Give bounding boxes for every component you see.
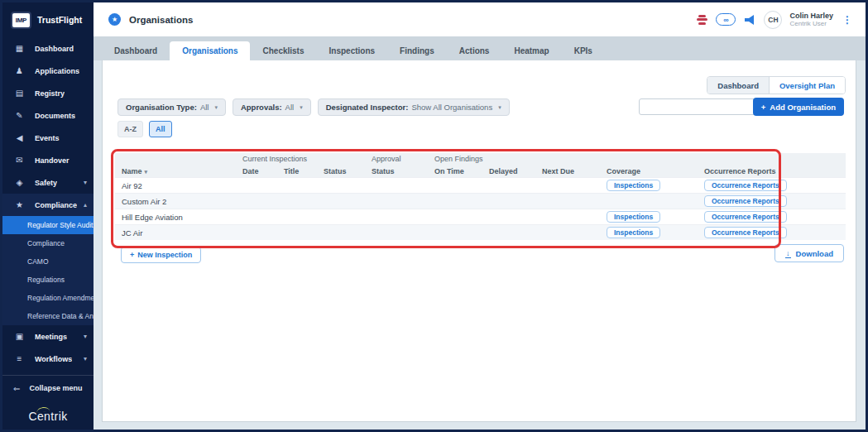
chevron-down-icon: ▾ bbox=[84, 179, 87, 186]
collapse-icon: ⇐ bbox=[13, 384, 20, 393]
tab-inspections[interactable]: Inspections bbox=[317, 41, 388, 60]
user-role: Centrik User bbox=[789, 20, 833, 27]
sidebar-item-handover[interactable]: ✉ Handover bbox=[2, 149, 94, 171]
table-row[interactable]: JC Air Inspections Occurrence Reports bbox=[115, 224, 846, 240]
kebab-menu-icon[interactable]: ⋮ bbox=[841, 14, 854, 26]
tab-actions[interactable]: Actions bbox=[447, 41, 502, 60]
inspections-button[interactable]: Inspections bbox=[607, 211, 660, 223]
column-header-on-time: On Time bbox=[428, 167, 482, 175]
inspections-button[interactable]: Inspections bbox=[607, 180, 660, 191]
org-name[interactable]: Custom Air 2 bbox=[115, 197, 236, 206]
search-input[interactable] bbox=[639, 98, 771, 115]
column-header-date: Date bbox=[236, 167, 277, 175]
alpha-filter-row: A-Z All bbox=[117, 121, 172, 137]
sidebar-item-label: Events bbox=[35, 134, 60, 142]
column-header-delayed: Delayed bbox=[482, 167, 535, 175]
link-icon[interactable]: ∞ bbox=[716, 13, 736, 26]
meetings-icon: ▣ bbox=[13, 332, 26, 341]
org-name[interactable]: JC Air bbox=[115, 228, 236, 238]
sidebar-subitem-regulations[interactable]: Regulations bbox=[2, 271, 94, 289]
avatar[interactable]: CH bbox=[764, 11, 782, 29]
sidebar-subitem-regulation-amendments[interactable]: Regulation Amendments bbox=[2, 289, 94, 307]
view-toggle-oversight-plan[interactable]: Oversight Plan bbox=[769, 77, 845, 94]
approvals-filter[interactable]: Approvals: All ▾ bbox=[233, 98, 311, 116]
documents-icon: ✎ bbox=[13, 111, 26, 120]
sidebar-item-label: Documents bbox=[35, 112, 75, 120]
all-filter-button[interactable]: All bbox=[149, 121, 172, 137]
chevron-down-icon: ▾ bbox=[300, 104, 303, 111]
chevron-down-icon: ▾ bbox=[214, 104, 218, 111]
filter-label: Approvals: bbox=[241, 103, 282, 112]
sidebar-item-compliance[interactable]: ★ Compliance ▴ bbox=[2, 194, 94, 216]
sidebar-item-safety[interactable]: ◈ Safety ▾ bbox=[2, 171, 94, 194]
tab-kpis[interactable]: KPIs bbox=[562, 41, 605, 60]
table-row[interactable]: Air 92 Inspections Occurrence Reports bbox=[115, 177, 846, 193]
az-filter-button[interactable]: A-Z bbox=[117, 121, 143, 137]
sidebar-item-applications[interactable]: ♟ Applications bbox=[2, 60, 94, 82]
sidebar-item-label: Applications bbox=[35, 67, 79, 75]
org-name[interactable]: Hill Edge Aviation bbox=[115, 213, 236, 222]
user-info[interactable]: Colin Harley Centrik User bbox=[789, 12, 833, 28]
sidebar-item-dashboard[interactable]: ▦ Dashboard bbox=[2, 37, 94, 60]
occurrence-reports-button[interactable]: Occurrence Reports bbox=[704, 227, 787, 238]
sidebar-item-meetings[interactable]: ▣ Meetings ▾ bbox=[2, 325, 94, 348]
sidebar-subitem-regulator-style-audits[interactable]: Regulator Style Audits bbox=[2, 216, 94, 234]
inspections-button[interactable]: Inspections bbox=[607, 227, 660, 238]
org-name[interactable]: Air 92 bbox=[115, 181, 236, 190]
occurrence-reports-button[interactable]: Occurrence Reports bbox=[704, 180, 787, 191]
sidebar-item-documents[interactable]: ✎ Documents bbox=[2, 104, 94, 127]
red-stripes-icon[interactable] bbox=[695, 15, 708, 25]
registry-icon: ▤ bbox=[13, 89, 26, 98]
sidebar-item-events[interactable]: ◀ Events bbox=[2, 127, 94, 149]
sidebar: IMP TrustFlight ▦ Dashboard ♟ Applicatio… bbox=[2, 2, 94, 430]
sidebar-item-label: Registry bbox=[35, 89, 65, 98]
logo-row[interactable]: IMP TrustFlight bbox=[2, 2, 94, 37]
tab-checklists[interactable]: Checklists bbox=[250, 41, 316, 60]
chevron-up-icon: ▴ bbox=[84, 201, 87, 209]
megaphone-icon[interactable] bbox=[743, 13, 756, 26]
add-organisation-button[interactable]: + Add Organisation bbox=[753, 98, 844, 116]
tab-organisations[interactable]: Organisations bbox=[170, 41, 250, 60]
dashboard-icon: ▦ bbox=[13, 44, 26, 53]
organisations-table: Current Inspections Approval Open Findin… bbox=[115, 153, 846, 240]
tab-heatmap[interactable]: Heatmap bbox=[501, 41, 561, 60]
occurrence-reports-button[interactable]: Occurrence Reports bbox=[704, 211, 787, 223]
compliance-module-icon: ★ bbox=[108, 13, 121, 26]
occurrence-reports-button[interactable]: Occurrence Reports bbox=[704, 195, 787, 207]
column-header-status: Status bbox=[317, 167, 365, 175]
sidebar-item-registry[interactable]: ▤ Registry bbox=[2, 82, 94, 104]
table-row[interactable]: Hill Edge Aviation Inspections Occurrenc… bbox=[115, 209, 846, 224]
column-header-name[interactable]: Name▾ bbox=[115, 167, 236, 175]
organisation-type-filter[interactable]: Organisation Type: All ▾ bbox=[117, 98, 226, 116]
plus-icon: + bbox=[761, 103, 766, 112]
sidebar-subitem-compliance[interactable]: Compliance bbox=[2, 234, 94, 252]
view-toggle: Dashboard Oversight Plan bbox=[707, 76, 846, 94]
new-inspection-button[interactable]: + New Inspection bbox=[121, 247, 201, 263]
sidebar-subitem-reference-data[interactable]: Reference Data & Ana... bbox=[2, 307, 94, 325]
compliance-icon: ★ bbox=[13, 200, 26, 209]
collapse-menu-button[interactable]: ⇐ Collapse menu bbox=[2, 376, 94, 401]
designated-inspector-filter[interactable]: Designated Inspector: Show All Organisat… bbox=[318, 98, 510, 116]
tab-findings[interactable]: Findings bbox=[387, 41, 447, 60]
view-toggle-dashboard[interactable]: Dashboard bbox=[707, 77, 769, 94]
filter-bar: Organisation Type: All ▾ Approvals: All … bbox=[117, 98, 510, 116]
filter-value: All bbox=[285, 103, 295, 112]
column-header-label: Name bbox=[122, 167, 142, 175]
column-header-approval-status: Status bbox=[365, 167, 428, 175]
sidebar-subitem-camo[interactable]: CAMO bbox=[2, 252, 94, 271]
applications-icon: ♟ bbox=[13, 66, 26, 75]
chevron-down-icon: ▾ bbox=[84, 333, 87, 340]
tab-dashboard[interactable]: Dashboard bbox=[102, 41, 170, 60]
safety-icon: ◈ bbox=[13, 178, 26, 187]
column-header-occurrence-reports: Occurrence Reports bbox=[698, 167, 828, 175]
group-header-approval: Approval bbox=[365, 155, 428, 163]
sidebar-item-label: Handover bbox=[35, 156, 70, 165]
download-label: Download bbox=[796, 249, 833, 258]
table-row[interactable]: Custom Air 2 Occurrence Reports bbox=[115, 193, 846, 209]
sidebar-item-label: Dashboard bbox=[35, 45, 74, 53]
centrik-wordmark: Centrik bbox=[28, 410, 67, 423]
download-button[interactable]: ↓ Download bbox=[774, 244, 844, 262]
collapse-menu-label: Collapse menu bbox=[29, 384, 82, 392]
imp-logo: IMP bbox=[11, 12, 31, 29]
sidebar-item-workflows[interactable]: ≡ Workflows ▾ bbox=[2, 348, 94, 370]
